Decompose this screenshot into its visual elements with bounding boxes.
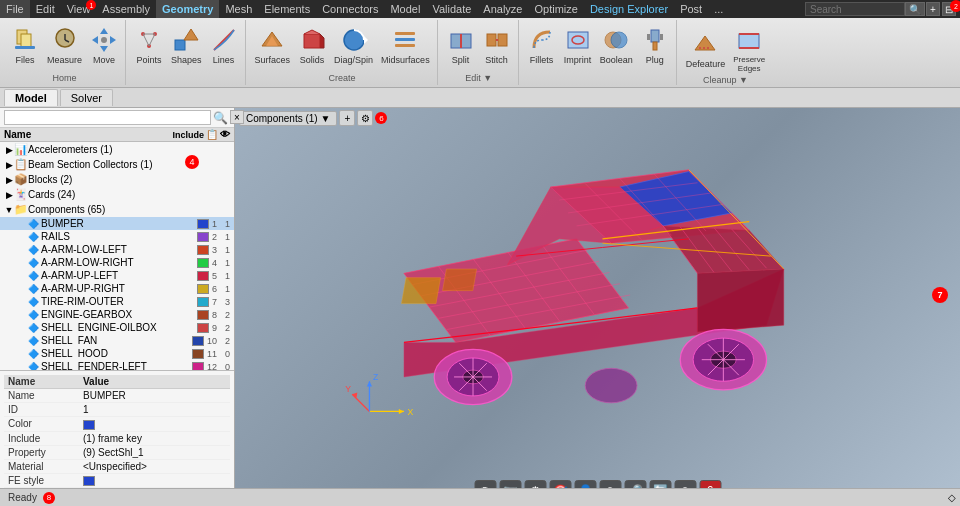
tool-solids[interactable]: Solids xyxy=(295,24,329,67)
tool-midsurfaces[interactable]: Midsurfaces xyxy=(378,24,433,67)
new-tab-button[interactable]: + xyxy=(926,2,940,16)
tool-surfaces[interactable]: Surfaces xyxy=(252,24,294,67)
panel-search-icon[interactable]: 🔍 xyxy=(211,111,230,125)
svg-text:X: X xyxy=(407,407,413,417)
viewport-components-tab[interactable]: Components (1) ▼ xyxy=(239,111,337,126)
tree-icon-2[interactable]: 👁 xyxy=(220,129,230,140)
svg-marker-18 xyxy=(184,29,198,40)
tree-item-arm-low-right[interactable]: 🔷 A-ARM-LOW-RIGHT 4 1 xyxy=(0,256,234,269)
tool-move[interactable]: Move xyxy=(87,24,121,67)
tree-icon-1[interactable]: 📋 xyxy=(206,129,218,140)
tree-item-shell-oilbox[interactable]: 🔷 SHELL ENGINE-OILBOX 9 2 xyxy=(0,321,234,334)
search-input[interactable] xyxy=(805,2,905,16)
tab-solver[interactable]: Solver xyxy=(60,89,113,106)
menu-file[interactable]: File xyxy=(0,0,30,18)
preserve-edges-label: PreserveEdges xyxy=(733,55,765,73)
tool-split[interactable]: Split xyxy=(444,24,478,67)
color-swatch xyxy=(197,219,209,229)
tab-model[interactable]: Model xyxy=(4,89,58,106)
menu-validate[interactable]: Validate xyxy=(426,0,477,18)
menu-elements[interactable]: Elements xyxy=(258,0,316,18)
panel-close-button[interactable]: × xyxy=(230,110,244,124)
tool-points[interactable]: Points xyxy=(132,24,166,67)
prop-header-name: Name xyxy=(8,376,83,387)
svg-rect-28 xyxy=(498,34,507,46)
split-icon xyxy=(447,26,475,54)
viewport-settings-button[interactable]: ⚙ xyxy=(357,110,373,126)
tree-item-cards[interactable]: ▶ 🃏 Cards (24) xyxy=(0,187,234,202)
tool-measure[interactable]: Measure xyxy=(44,24,85,67)
tool-lines[interactable]: Lines xyxy=(207,24,241,67)
item-name: Beam Section Collectors (1) xyxy=(28,159,230,170)
tree-item-engine-gearbox[interactable]: 🔷 ENGINE-GEARBOX 8 2 xyxy=(0,308,234,321)
expand-icon: ▶ xyxy=(4,160,14,170)
item-val: 1 xyxy=(225,219,230,229)
svg-marker-8 xyxy=(92,36,98,44)
toolbar-row-create: Surfaces Solids xyxy=(252,24,433,67)
item-name: Accelerometers (1) xyxy=(28,144,230,155)
tool-imprint[interactable]: Imprint xyxy=(561,24,595,67)
tool-fillets[interactable]: Fillets xyxy=(525,24,559,67)
tree-item-shell-hood[interactable]: 🔷 SHELL HOOD 11 0 xyxy=(0,347,234,360)
tree-item-components[interactable]: ▼ 📁 Components (65) xyxy=(0,202,234,217)
panel-search: 🔍 xyxy=(0,108,234,128)
menu-design-explorer[interactable]: Design Explorer xyxy=(584,0,674,18)
tree-item-rails[interactable]: 🔷 RAILS 2 1 xyxy=(0,230,234,243)
prop-label-color: Color xyxy=(8,418,83,429)
menu-view[interactable]: View 1 xyxy=(61,0,97,18)
tree-item-arm-low-left[interactable]: 🔷 A-ARM-LOW-LEFT 3 1 xyxy=(0,243,234,256)
menu-assembly[interactable]: Assembly xyxy=(96,0,156,18)
panel-search-input[interactable] xyxy=(4,110,211,125)
tree-col-name: Name xyxy=(4,129,172,140)
svg-rect-36 xyxy=(647,34,650,40)
status-ready: Ready xyxy=(4,492,41,503)
tool-defeature[interactable]: Defeature xyxy=(683,28,729,71)
status-notification: 8 xyxy=(43,492,55,504)
color-swatch xyxy=(197,323,209,333)
toolbar-row-home: Files Measure xyxy=(8,24,121,67)
tree-area[interactable]: ▶ 📊 Accelerometers (1) ▶ 📋 Beam Section … xyxy=(0,142,234,370)
item-name: A-ARM-LOW-RIGHT xyxy=(41,257,195,268)
points-icon xyxy=(135,26,163,54)
tree-item-shell-fan[interactable]: 🔷 SHELL FAN 10 2 xyxy=(0,334,234,347)
viewport[interactable]: Components (1) ▼ + ⚙ 6 xyxy=(235,108,960,506)
item-name: BUMPER xyxy=(41,218,195,229)
tree-item-arm-up-right[interactable]: 🔷 A-ARM-UP-RIGHT 6 1 xyxy=(0,282,234,295)
menu-model[interactable]: Model xyxy=(384,0,426,18)
tool-shapes[interactable]: Shapes xyxy=(168,24,205,67)
viewport-add-button[interactable]: + xyxy=(339,110,355,126)
item-val: 0 xyxy=(225,362,230,371)
tool-stitch[interactable]: Stitch xyxy=(480,24,514,67)
item-val: 2 xyxy=(225,336,230,346)
menu-optimize[interactable]: Optimize xyxy=(528,0,583,18)
tree-item-tire-rim[interactable]: 🔷 TIRE-RIM-OUTER 7 3 xyxy=(0,295,234,308)
prop-label-property: Property xyxy=(8,447,83,458)
tree-item-fender-left[interactable]: 🔷 SHELL FENDER-LEFT 12 0 xyxy=(0,360,234,370)
svg-rect-17 xyxy=(175,40,185,50)
tree-item-arm-up-left[interactable]: 🔷 A-ARM-UP-LEFT 5 1 xyxy=(0,269,234,282)
menu-mesh[interactable]: Mesh xyxy=(219,0,258,18)
tool-boolean[interactable]: Boolean xyxy=(597,24,636,67)
menu-geometry[interactable]: Geometry xyxy=(156,0,219,18)
fillets-label: Fillets xyxy=(530,55,554,65)
tool-preserve-edges[interactable]: PreserveEdges xyxy=(730,24,768,75)
stitch-label: Stitch xyxy=(485,55,508,65)
menu-analyze[interactable]: Analyze xyxy=(477,0,528,18)
svg-rect-92 xyxy=(443,269,477,291)
tree-col-icons: Include 📋 👁 xyxy=(172,129,230,140)
tool-files[interactable]: Files xyxy=(8,24,42,67)
search-button[interactable]: 🔍 xyxy=(905,2,925,16)
menu-more[interactable]: ... xyxy=(708,0,729,18)
folder-icon: 📁 xyxy=(14,203,28,216)
menu-connectors[interactable]: Connectors xyxy=(316,0,384,18)
menu-edit[interactable]: Edit xyxy=(30,0,61,18)
tree-item-bumper[interactable]: 🔷 BUMPER 1 1 xyxy=(0,217,234,230)
menu-post[interactable]: Post xyxy=(674,0,708,18)
diagspin-label: Diag/Spin xyxy=(334,55,373,65)
tree-item-blocks[interactable]: ▶ 📦 Blocks (2) xyxy=(0,172,234,187)
tool-plug[interactable]: Plug xyxy=(638,24,672,67)
prop-value-include: (1) frame key xyxy=(83,433,226,444)
points-label: Points xyxy=(137,55,162,65)
item-name: SHELL FAN xyxy=(41,335,190,346)
tool-diagspin[interactable]: Diag/Spin xyxy=(331,24,376,67)
